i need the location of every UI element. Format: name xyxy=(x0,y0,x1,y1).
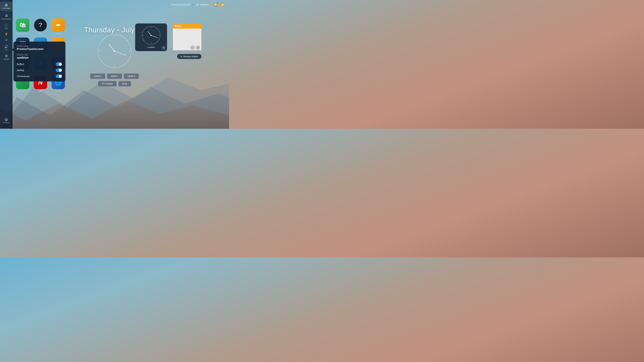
manage-widgets-icon: ⊞ xyxy=(180,55,182,58)
clock-dot-9 xyxy=(100,51,100,52)
sidebar-shutdown-label: Shutdown xyxy=(3,122,10,124)
device-name-value: ProwiseTouchscreen xyxy=(17,48,62,51)
airplay-label: AirPlay xyxy=(17,69,24,71)
widget-minute-hand xyxy=(151,35,158,38)
manage-widgets-button[interactable]: ⊞ Manage widgets xyxy=(177,54,202,59)
power-icon: ⏻ xyxy=(5,118,8,121)
app-help-label: Help xyxy=(38,33,42,35)
main-clock xyxy=(98,34,131,68)
menu-icon: ≡ xyxy=(5,38,8,42)
sidebar-item-menu[interactable]: ≡ xyxy=(0,37,12,43)
notes-header: Notes xyxy=(173,23,202,29)
device-code-info: Device code xpe8thjm xyxy=(17,54,62,59)
reflect-toggle-row: Reflect xyxy=(17,62,62,66)
widget-dot-6 xyxy=(151,43,152,43)
sidebar-input-label: Input xyxy=(4,27,8,29)
widget-clock-center xyxy=(150,35,152,36)
app-prowise-appstore-label: Prowise Appstore xyxy=(16,33,30,35)
screencasting-icon: 🖥 xyxy=(5,14,8,17)
notes-title: Notes xyxy=(175,25,181,27)
help-icon: ? xyxy=(34,18,47,32)
app-netflix-label: Netflix xyxy=(38,90,43,92)
grid-icon: ⊞ xyxy=(5,3,8,7)
computer-name-text: xpe8thjm xyxy=(200,3,209,6)
clock-dot-6 xyxy=(114,65,115,66)
pc-module-button[interactable]: PC module xyxy=(98,81,116,86)
volume-label: 20% xyxy=(5,49,8,51)
notes-btn-minus[interactable]: — xyxy=(190,45,195,50)
sidebar-item-shutdown[interactable]: ⏻ Shutdown xyxy=(0,116,12,125)
hdmi1-button[interactable]: HDMI 1 xyxy=(90,73,105,79)
app-pronote-label: ProNote xyxy=(55,33,62,35)
clock-settings-button[interactable]: ⚙ xyxy=(162,46,166,50)
popup-toggles: Reflect AirPlay Chromecast xyxy=(17,62,62,78)
app-pronote[interactable]: ✏ ProNote xyxy=(51,18,66,35)
sidebar-item-input[interactable]: ⬛ Input xyxy=(0,22,12,31)
sidebar-screencasting-label: Screencasting xyxy=(2,18,11,20)
sidebar-active-apps-label: Active apps xyxy=(2,7,10,9)
clock-widget: London ⚙ xyxy=(135,23,167,51)
wifi-icon: 📶 xyxy=(220,3,224,6)
device-name-info: Device name ProwiseTouchscreen xyxy=(17,45,62,51)
volume-icon: 🔊 xyxy=(4,45,8,48)
app-earth-label: Earth xyxy=(56,90,60,92)
sidebar-item-settings[interactable]: ⚙ Settings xyxy=(0,53,12,62)
touch-icon: ☝ xyxy=(5,32,8,35)
input-row-1: HDMI 1 HDMI 2 HDMI 3 xyxy=(90,73,139,79)
pronote-icon: ✏ xyxy=(52,18,65,32)
status-dot-2 xyxy=(210,4,211,5)
device-name-label: Device name xyxy=(17,45,62,47)
app-prowise-appstore[interactable]: 🛍 Prowise Appstore xyxy=(15,18,30,35)
chromecast-label: Chromecast xyxy=(17,75,29,78)
airplay-toggle-row: AirPlay xyxy=(17,68,62,72)
prowise-appstore-icon: 🛍 xyxy=(16,18,29,32)
status-dot-1 xyxy=(192,4,193,5)
reflect-label: Reflect xyxy=(17,63,24,65)
sidebar-item-volume[interactable]: 🔊 20% xyxy=(0,43,12,53)
clock-center xyxy=(114,50,115,52)
input-row-2: PC module Mute xyxy=(98,81,131,86)
device-code-value: xpe8thjm xyxy=(17,56,62,59)
widget-dot-3 xyxy=(158,35,159,36)
reflect-toggle[interactable] xyxy=(56,62,62,66)
topbar: ProwiseTouchscreen 🖥 xpe8thjm 🔔 📶 xyxy=(0,0,229,9)
notification-bell[interactable]: 🔔 xyxy=(214,3,218,6)
device-name-text: ProwiseTouchscreen xyxy=(170,3,191,6)
chromecast-toggle[interactable] xyxy=(56,74,62,78)
device-code-label: Device code xyxy=(17,54,62,56)
notification-badge xyxy=(217,2,218,4)
widget-dot-9 xyxy=(143,35,144,36)
app-help[interactable]: ? Help xyxy=(33,18,48,35)
notes-widget: Notes — ✎ xyxy=(173,23,202,51)
sidebar-item-active-apps[interactable]: ⊞ Active apps xyxy=(0,2,12,11)
app-spotify-label: Spotify xyxy=(20,90,26,92)
sidebar-divider-1 xyxy=(2,11,10,12)
notes-footer: — ✎ xyxy=(190,45,200,50)
hdmi3-button[interactable]: HDMI 3 xyxy=(124,73,139,79)
settings-icon: ⚙ xyxy=(5,54,8,58)
computer-name-display: 🖥 xpe8thjm xyxy=(196,3,211,6)
input-buttons: HDMI 1 HDMI 2 HDMI 3 PC module Mute xyxy=(90,73,139,86)
hdmi2-button[interactable]: HDMI 2 xyxy=(107,73,122,79)
notes-btn-edit[interactable]: ✎ xyxy=(196,45,200,50)
mute-button[interactable]: Mute xyxy=(118,81,131,86)
widget-dot-12 xyxy=(151,27,152,28)
sidebar-settings-label: Settings xyxy=(4,58,9,60)
sidebar: ⊞ Active apps 🖥 Screencasting ⬛ Input ☝ … xyxy=(0,0,12,129)
hour-hand xyxy=(108,44,115,51)
device-name-display: ProwiseTouchscreen xyxy=(170,3,193,6)
clock-face xyxy=(142,26,160,44)
clock-dot-3 xyxy=(129,51,130,52)
chromecast-toggle-row: Chromecast xyxy=(17,74,62,78)
clock-city: London xyxy=(148,46,155,48)
clock-dot-12 xyxy=(114,36,115,37)
input-icon: ⬛ xyxy=(4,23,8,27)
sidebar-item-touch[interactable]: ☝ xyxy=(0,31,12,37)
sidebar-item-screencasting[interactable]: 🖥 Screencasting xyxy=(0,12,12,22)
manage-widgets-label: Manage widgets xyxy=(184,55,198,58)
minute-hand xyxy=(114,51,126,56)
device-popup: Device name ProwiseTouchscreen Device co… xyxy=(14,41,66,81)
airplay-toggle[interactable] xyxy=(56,68,62,72)
